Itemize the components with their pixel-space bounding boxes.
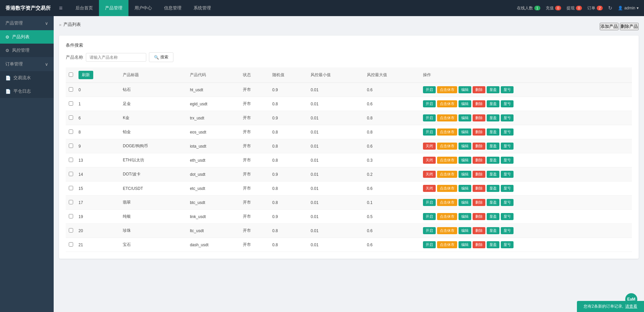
- nav-item-home[interactable]: 后台首页: [69, 0, 99, 16]
- delete-product-button[interactable]: 删除产品: [620, 23, 639, 30]
- row-checkbox[interactable]: [69, 115, 73, 120]
- delete-row-button[interactable]: 删除: [473, 199, 485, 206]
- sidebar-item-close-log[interactable]: 📄 平仓日志: [0, 85, 54, 98]
- edit-button[interactable]: 编辑: [459, 143, 471, 150]
- open-button[interactable]: 开启: [423, 114, 436, 121]
- edit-button[interactable]: 编辑: [459, 157, 471, 164]
- row-checkbox[interactable]: [69, 144, 73, 148]
- show-loss-button[interactable]: 显亏: [501, 86, 514, 93]
- edit-button[interactable]: 编辑: [459, 227, 471, 234]
- refresh-icon[interactable]: ↻: [608, 5, 612, 11]
- delete-row-button[interactable]: 删除: [473, 86, 485, 93]
- show-profit-button[interactable]: 显盈: [487, 227, 499, 234]
- close-button[interactable]: 关闭: [423, 157, 436, 164]
- close-button[interactable]: 关闭: [423, 143, 436, 150]
- show-profit-button[interactable]: 显盈: [487, 157, 499, 164]
- suspend-button[interactable]: 点击休市: [437, 114, 457, 121]
- close-button[interactable]: 关闭: [423, 185, 436, 192]
- delete-row-button[interactable]: 删除: [473, 213, 485, 220]
- sidebar-item-risk-control[interactable]: ⚙ 风控管理: [0, 44, 54, 57]
- delete-row-button[interactable]: 删除: [473, 114, 485, 121]
- show-profit-button[interactable]: 显盈: [487, 114, 499, 121]
- suspend-button[interactable]: 点击休市: [437, 241, 457, 248]
- show-profit-button[interactable]: 显盈: [487, 199, 499, 206]
- delete-row-button[interactable]: 删除: [473, 227, 485, 234]
- close-button[interactable]: 关闭: [423, 171, 436, 178]
- show-loss-button[interactable]: 显亏: [501, 241, 514, 248]
- row-checkbox[interactable]: [69, 101, 73, 106]
- open-button[interactable]: 开启: [423, 100, 436, 107]
- row-checkbox[interactable]: [69, 129, 73, 134]
- show-profit-button[interactable]: 显盈: [487, 86, 499, 93]
- delete-row-button[interactable]: 删除: [473, 143, 485, 150]
- open-button[interactable]: 开启: [423, 241, 436, 248]
- show-loss-button[interactable]: 显亏: [501, 199, 514, 206]
- admin-button[interactable]: 👤 admin ▾: [618, 6, 639, 10]
- suspend-button[interactable]: 点击休市: [437, 157, 457, 164]
- suspend-button[interactable]: 点击休市: [437, 227, 457, 234]
- edit-button[interactable]: 编辑: [459, 100, 471, 107]
- refresh-table-button[interactable]: 刷新: [78, 71, 93, 79]
- delete-row-button[interactable]: 删除: [473, 128, 485, 136]
- suspend-button[interactable]: 点击休市: [437, 171, 457, 178]
- open-button[interactable]: 开启: [423, 227, 436, 234]
- sidebar-item-product-list[interactable]: ⚙ 产品列表: [0, 30, 54, 44]
- sidebar-item-trade-flow[interactable]: 📄 交易流水: [0, 71, 54, 85]
- select-all-checkbox[interactable]: [69, 72, 73, 77]
- show-loss-button[interactable]: 显亏: [501, 128, 514, 136]
- nav-item-info[interactable]: 信息管理: [158, 0, 187, 16]
- edit-button[interactable]: 编辑: [459, 213, 471, 220]
- delete-row-button[interactable]: 删除: [473, 100, 485, 107]
- row-checkbox[interactable]: [69, 87, 73, 92]
- show-loss-button[interactable]: 显亏: [501, 171, 514, 178]
- row-checkbox[interactable]: [69, 228, 73, 232]
- delete-row-button[interactable]: 删除: [473, 171, 485, 178]
- show-profit-button[interactable]: 显盈: [487, 143, 499, 150]
- show-loss-button[interactable]: 显亏: [501, 143, 514, 150]
- sidebar-group-orders[interactable]: 订单管理 ∨: [0, 57, 54, 71]
- menu-toggle-icon[interactable]: ≡: [59, 5, 63, 12]
- row-checkbox[interactable]: [69, 242, 73, 247]
- show-profit-button[interactable]: 显盈: [487, 241, 499, 248]
- row-checkbox[interactable]: [69, 158, 73, 162]
- search-button[interactable]: 🔍 搜索: [149, 52, 173, 62]
- nav-item-users[interactable]: 用户中心: [128, 0, 158, 16]
- delete-row-button[interactable]: 删除: [473, 185, 485, 192]
- delete-row-button[interactable]: 删除: [473, 157, 485, 164]
- show-profit-button[interactable]: 显盈: [487, 213, 499, 220]
- show-profit-button[interactable]: 显盈: [487, 171, 499, 178]
- show-profit-button[interactable]: 显盈: [487, 100, 499, 107]
- edit-button[interactable]: 编辑: [459, 86, 471, 93]
- suspend-button[interactable]: 点击休市: [437, 86, 457, 93]
- open-button[interactable]: 开启: [423, 128, 436, 136]
- nav-item-system[interactable]: 系统管理: [187, 0, 217, 16]
- suspend-button[interactable]: 点击休市: [437, 185, 457, 192]
- notification-link[interactable]: 请查看: [625, 304, 637, 309]
- suspend-button[interactable]: 点击休市: [437, 100, 457, 107]
- edit-button[interactable]: 编辑: [459, 128, 471, 136]
- search-input[interactable]: [86, 53, 146, 62]
- show-loss-button[interactable]: 显亏: [501, 185, 514, 192]
- edit-button[interactable]: 编辑: [459, 185, 471, 192]
- open-button[interactable]: 开启: [423, 86, 436, 93]
- row-checkbox[interactable]: [69, 186, 73, 190]
- show-loss-button[interactable]: 显亏: [501, 213, 514, 220]
- edit-button[interactable]: 编辑: [459, 241, 471, 248]
- edit-button[interactable]: 编辑: [459, 171, 471, 178]
- row-checkbox[interactable]: [69, 200, 73, 204]
- open-button[interactable]: 开启: [423, 199, 436, 206]
- suspend-button[interactable]: 点击休市: [437, 128, 457, 136]
- edit-button[interactable]: 编辑: [459, 199, 471, 206]
- show-loss-button[interactable]: 显亏: [501, 114, 514, 121]
- sidebar-group-products[interactable]: 产品管理 ∨: [0, 16, 54, 30]
- suspend-button[interactable]: 点击休市: [437, 143, 457, 150]
- row-checkbox[interactable]: [69, 172, 73, 176]
- suspend-button[interactable]: 点击休市: [437, 213, 457, 220]
- show-profit-button[interactable]: 显盈: [487, 128, 499, 136]
- edit-button[interactable]: 编辑: [459, 114, 471, 121]
- nav-item-products[interactable]: 产品管理: [99, 0, 128, 16]
- show-loss-button[interactable]: 显亏: [501, 157, 514, 164]
- delete-row-button[interactable]: 删除: [473, 241, 485, 248]
- add-product-button[interactable]: 添加产品: [600, 23, 619, 30]
- suspend-button[interactable]: 点击休市: [437, 199, 457, 206]
